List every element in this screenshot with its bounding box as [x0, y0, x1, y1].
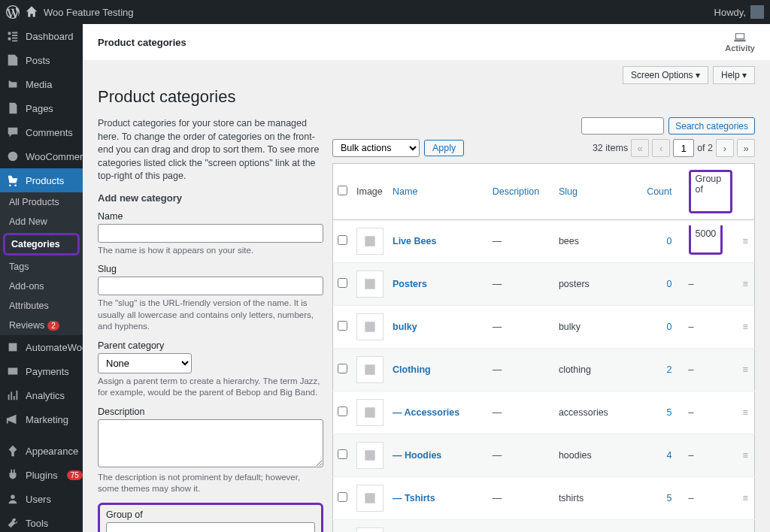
- category-slug: bees: [554, 220, 635, 263]
- sidebar-sub-reviews[interactable]: Reviews2: [0, 316, 83, 335]
- sidebar-item-media[interactable]: Media: [0, 72, 83, 96]
- group-input[interactable]: [106, 522, 315, 532]
- category-count-link[interactable]: 0: [667, 279, 672, 289]
- sidebar-sub-tags[interactable]: Tags: [0, 257, 83, 277]
- col-description[interactable]: Description: [488, 164, 554, 220]
- drag-handle-icon[interactable]: ≡: [737, 477, 755, 520]
- activity-icon: [732, 32, 747, 42]
- site-name[interactable]: Woo Feature Testing: [44, 7, 133, 18]
- reviews-badge: 2: [47, 321, 59, 331]
- col-count[interactable]: Count: [635, 164, 684, 220]
- category-name-link[interactable]: — Accessories: [393, 407, 459, 418]
- col-slug[interactable]: Slug: [554, 164, 635, 220]
- row-checkbox[interactable]: [338, 364, 347, 373]
- category-image-placeholder: [356, 485, 383, 512]
- categories-table: Image Name Description Slug Count Group …: [332, 163, 755, 532]
- sidebar-item-pages[interactable]: Pages: [0, 96, 83, 120]
- breadcrumb: Product categories: [98, 37, 186, 48]
- category-image-placeholder: [356, 271, 383, 298]
- sidebar-sub-all-products[interactable]: All Products: [0, 192, 83, 212]
- category-name-link[interactable]: Clothing: [393, 364, 431, 375]
- parent-select[interactable]: None: [98, 353, 192, 373]
- admin-sidebar: Dashboard Posts Media Pages Comments Woo…: [0, 24, 83, 532]
- wordpress-icon[interactable]: [6, 5, 20, 19]
- category-count-link[interactable]: 5: [667, 407, 672, 418]
- sidebar-item-woocommerce[interactable]: WooCommerce: [0, 144, 83, 168]
- category-image-placeholder: [356, 527, 383, 532]
- page-next-button[interactable]: ›: [716, 139, 734, 157]
- category-group: –: [684, 263, 737, 306]
- category-name-link[interactable]: bulky: [393, 322, 417, 332]
- sidebar-item-users[interactable]: Users: [0, 487, 83, 511]
- description-input[interactable]: [98, 419, 323, 467]
- sidebar-item-products[interactable]: Products: [0, 168, 83, 192]
- slug-hint: The "slug" is the URL-friendly version o…: [98, 298, 323, 333]
- row-checkbox[interactable]: [338, 278, 347, 288]
- sidebar-item-payments[interactable]: Payments: [0, 359, 83, 383]
- search-categories-button[interactable]: Search categories: [668, 117, 755, 135]
- sidebar-item-marketing[interactable]: Marketing: [0, 407, 83, 431]
- category-name-link[interactable]: Live Bees: [393, 236, 436, 246]
- category-count-link[interactable]: 2: [667, 364, 672, 375]
- screen-options-button[interactable]: Screen Options ▾: [623, 66, 708, 84]
- drag-handle-icon[interactable]: ≡: [737, 263, 755, 306]
- sidebar-item-tools[interactable]: Tools: [0, 511, 83, 532]
- drag-handle-icon[interactable]: ≡: [737, 434, 755, 477]
- category-name-link[interactable]: Posters: [393, 279, 427, 289]
- row-checkbox[interactable]: [338, 321, 347, 331]
- activity-button[interactable]: Activity: [725, 32, 755, 53]
- apply-button[interactable]: Apply: [424, 140, 464, 156]
- sidebar-item-plugins[interactable]: Plugins75: [0, 463, 83, 487]
- slug-label: Slug: [98, 264, 323, 274]
- category-count-link[interactable]: 0: [667, 322, 672, 332]
- name-input[interactable]: [98, 224, 323, 243]
- page-last-button[interactable]: »: [737, 139, 755, 157]
- drag-handle-icon[interactable]: ≡: [737, 391, 755, 434]
- category-count-link[interactable]: 0: [667, 236, 672, 246]
- drag-handle-icon[interactable]: ≡: [737, 520, 755, 533]
- group-label: Group of: [106, 509, 315, 520]
- category-count-link[interactable]: 5: [667, 493, 672, 503]
- category-slug: posters: [554, 263, 635, 306]
- category-count-link[interactable]: 4: [667, 450, 672, 461]
- sidebar-sub-categories[interactable]: Categories: [3, 233, 80, 255]
- sidebar-item-dashboard[interactable]: Dashboard: [0, 24, 83, 48]
- drag-handle-icon[interactable]: ≡: [737, 306, 755, 349]
- search-input[interactable]: [581, 117, 664, 135]
- category-group: –: [684, 434, 737, 477]
- drag-handle-icon[interactable]: ≡: [737, 349, 755, 391]
- sidebar-item-appearance[interactable]: Appearance: [0, 439, 83, 463]
- help-button[interactable]: Help ▾: [713, 66, 755, 84]
- row-checkbox[interactable]: [338, 492, 347, 502]
- col-name[interactable]: Name: [388, 164, 488, 220]
- sidebar-item-comments[interactable]: Comments: [0, 120, 83, 144]
- category-group: 5000: [684, 220, 737, 263]
- page-first-button[interactable]: «: [631, 139, 649, 157]
- row-checkbox[interactable]: [338, 407, 347, 416]
- col-group-of-highlight: Group of: [689, 170, 732, 213]
- avatar[interactable]: [750, 5, 764, 19]
- group-of-field-highlight: Group of Enter a value to require custom…: [98, 503, 323, 532]
- sidebar-item-analytics[interactable]: Analytics: [0, 383, 83, 407]
- page-current-input[interactable]: [673, 139, 694, 157]
- row-checkbox[interactable]: [338, 449, 347, 459]
- slug-input[interactable]: [98, 277, 323, 295]
- category-slug: hoodies: [554, 434, 635, 477]
- parent-label: Parent category: [98, 340, 323, 351]
- sidebar-item-automatewoo[interactable]: AutomateWoo: [0, 335, 83, 359]
- select-all-checkbox[interactable]: [338, 186, 347, 195]
- category-name-link[interactable]: — Hoodies: [393, 450, 441, 461]
- page-prev-button[interactable]: ‹: [652, 139, 670, 157]
- sidebar-sub-attributes[interactable]: Attributes: [0, 296, 83, 316]
- greeting[interactable]: Howdy,: [714, 7, 746, 18]
- sidebar-item-posts[interactable]: Posts: [0, 48, 83, 72]
- sidebar-sub-addons[interactable]: Add-ons: [0, 277, 83, 296]
- row-checkbox[interactable]: [338, 235, 347, 245]
- home-icon[interactable]: [26, 6, 38, 18]
- drag-handle-icon[interactable]: ≡: [737, 220, 755, 263]
- bulk-actions-select[interactable]: Bulk actions: [332, 139, 420, 157]
- col-image: Image: [352, 164, 388, 220]
- table-row: — Tshirts — tshirts 5 – ≡: [333, 477, 755, 520]
- category-name-link[interactable]: — Tshirts: [393, 493, 435, 503]
- sidebar-sub-add-new[interactable]: Add New: [0, 212, 83, 231]
